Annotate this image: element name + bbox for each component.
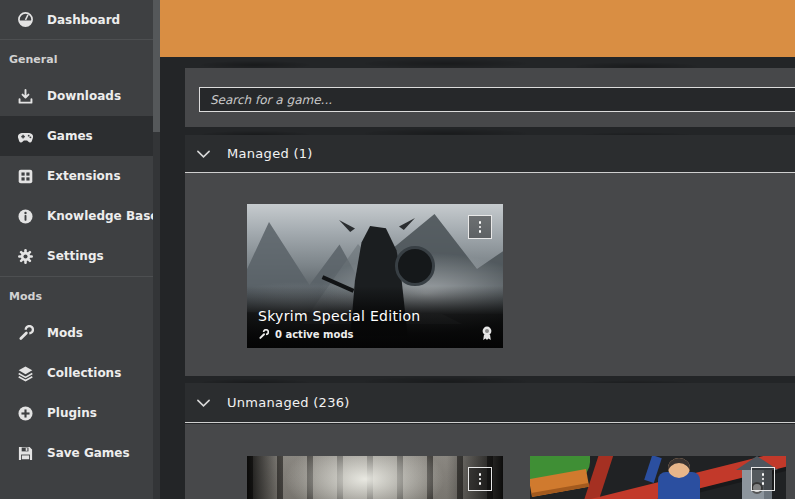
unmanaged-section-title: Unmanaged (236) xyxy=(227,395,350,410)
sidebar-item-dashboard[interactable]: Dashboard xyxy=(0,0,160,40)
game-card-mod-count: 0 active mods xyxy=(258,329,354,340)
plus-circle-icon xyxy=(17,405,34,422)
gauge-icon xyxy=(17,11,34,28)
wrench-icon xyxy=(258,329,269,340)
vortex-app-window: Dashboard General Downloads Games Extens… xyxy=(0,0,795,499)
sidebar-item-label: Extensions xyxy=(47,169,121,183)
wrench-icon xyxy=(17,325,34,342)
sidebar-item-games[interactable]: Games xyxy=(0,116,160,156)
managed-section-title: Managed (1) xyxy=(227,146,313,161)
gamepad-icon xyxy=(17,128,34,145)
sidebar-item-label: Knowledge Base xyxy=(47,209,158,223)
card-menu-button[interactable] xyxy=(751,467,775,491)
sidebar-item-label: Plugins xyxy=(47,406,97,420)
sidebar-item-settings[interactable]: Settings xyxy=(0,236,160,276)
award-icon xyxy=(481,326,493,341)
game-card-skyrim[interactable]: Skyrim Special Edition 0 active mods xyxy=(247,204,503,348)
card-menu-button[interactable] xyxy=(468,467,492,491)
game-card-unmanaged-1[interactable] xyxy=(247,456,503,499)
chevron-down-icon xyxy=(196,397,211,409)
sidebar-item-plugins[interactable]: Plugins xyxy=(0,393,160,433)
sidebar-item-extensions[interactable]: Extensions xyxy=(0,156,160,196)
extensions-icon xyxy=(17,168,34,185)
sidebar-item-label: Save Games xyxy=(47,446,130,460)
managed-section-body: Skyrim Special Edition 0 active mods xyxy=(185,173,795,376)
layers-icon xyxy=(17,365,34,382)
sidebar-item-label: Downloads xyxy=(47,89,121,103)
sidebar-item-label: Dashboard xyxy=(47,13,120,27)
managed-section-header[interactable]: Managed (1) xyxy=(185,135,795,173)
sidebar-item-knowledge-base[interactable]: Knowledge Base xyxy=(0,196,160,236)
floppy-icon xyxy=(17,445,34,462)
sidebar-item-mods[interactable]: Mods xyxy=(0,313,160,353)
sidebar-item-save-games[interactable]: Save Games xyxy=(0,433,160,473)
game-search-panel xyxy=(185,68,795,127)
info-icon xyxy=(17,208,34,225)
game-card-title: Skyrim Special Edition xyxy=(258,308,420,324)
sidebar-scrollbar-thumb[interactable] xyxy=(153,0,160,132)
sidebar-item-label: Collections xyxy=(47,366,121,380)
search-input[interactable] xyxy=(199,87,795,112)
game-card-art xyxy=(530,456,786,499)
unmanaged-section-header[interactable]: Unmanaged (236) xyxy=(185,383,795,423)
sidebar: Dashboard General Downloads Games Extens… xyxy=(0,0,160,499)
sidebar-section-general: General xyxy=(0,40,160,76)
download-icon xyxy=(17,88,34,105)
top-banner xyxy=(160,0,795,57)
main-content: Managed (1) Skyrim Special E xyxy=(160,0,795,499)
game-card-art xyxy=(247,456,503,499)
card-menu-button[interactable] xyxy=(468,215,492,239)
sidebar-item-label: Games xyxy=(47,129,93,143)
sidebar-item-downloads[interactable]: Downloads xyxy=(0,76,160,116)
sidebar-item-collections[interactable]: Collections xyxy=(0,353,160,393)
gear-icon xyxy=(17,248,34,265)
chevron-down-icon xyxy=(196,148,211,160)
sidebar-section-mods: Mods xyxy=(0,277,160,313)
game-card-unmanaged-2[interactable] xyxy=(530,456,786,499)
unmanaged-section-body xyxy=(185,424,795,499)
sidebar-item-label: Mods xyxy=(47,326,83,340)
sidebar-item-label: Settings xyxy=(47,249,104,263)
